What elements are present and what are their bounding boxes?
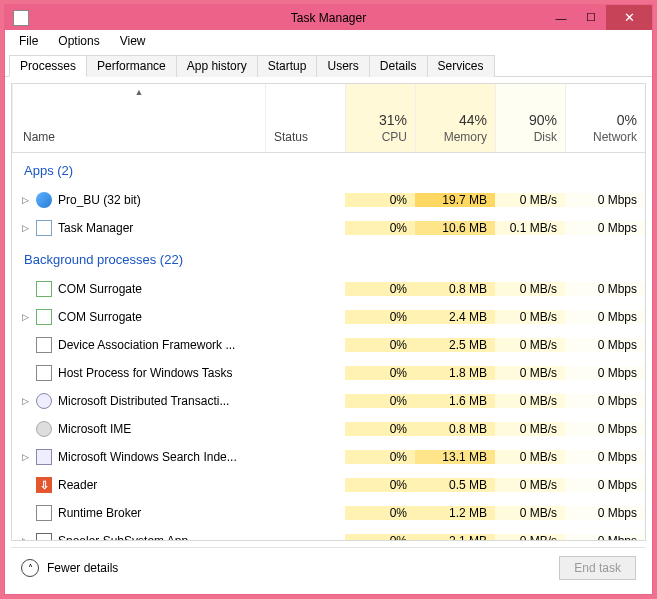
process-network: 0 Mbps	[565, 366, 645, 380]
window-title: Task Manager	[291, 11, 366, 25]
menu-file[interactable]: File	[9, 32, 48, 50]
col-status-label: Status	[274, 130, 308, 144]
disk-total-pct: 90%	[504, 112, 557, 128]
expand-icon[interactable]: ▷	[20, 195, 30, 205]
maximize-button[interactable]: ☐	[576, 5, 606, 30]
process-name: Host Process for Windows Tasks	[58, 366, 233, 380]
process-icon	[36, 505, 52, 521]
table-row[interactable]: ▷COM Surrogate0%2.4 MB0 MB/s0 Mbps	[12, 303, 645, 331]
process-name: Task Manager	[58, 221, 133, 235]
process-cpu: 0%	[345, 221, 415, 235]
process-network: 0 Mbps	[565, 282, 645, 296]
process-memory: 0.8 MB	[415, 422, 495, 436]
process-cpu: 0%	[345, 366, 415, 380]
sort-ascending-icon: ▲	[135, 87, 144, 97]
tab-startup[interactable]: Startup	[257, 55, 318, 77]
expand-icon[interactable]: ▷	[20, 536, 30, 540]
process-memory: 13.1 MB	[415, 450, 495, 464]
process-memory: 19.7 MB	[415, 193, 495, 207]
table-row[interactable]: Host Process for Windows Tasks0%1.8 MB0 …	[12, 359, 645, 387]
process-network: 0 Mbps	[565, 534, 645, 540]
process-memory: 1.2 MB	[415, 506, 495, 520]
menu-options[interactable]: Options	[48, 32, 109, 50]
column-headers: ▲ Name Status 31% CPU 44% Memory 90% Dis…	[12, 84, 645, 153]
mem-total-pct: 44%	[424, 112, 487, 128]
process-name: Runtime Broker	[58, 506, 141, 520]
process-memory: 0.8 MB	[415, 282, 495, 296]
process-cpu: 0%	[345, 394, 415, 408]
menu-view[interactable]: View	[110, 32, 156, 50]
process-memory: 1.8 MB	[415, 366, 495, 380]
process-icon	[36, 281, 52, 297]
process-icon	[36, 365, 52, 381]
process-disk: 0 MB/s	[495, 282, 565, 296]
process-cpu: 0%	[345, 338, 415, 352]
process-memory: 1.6 MB	[415, 394, 495, 408]
table-row[interactable]: ▷Spooler SubSystem App0%2.1 MB0 MB/s0 Mb…	[12, 527, 645, 540]
process-name: Pro_BU (32 bit)	[58, 193, 141, 207]
table-row[interactable]: COM Surrogate0%0.8 MB0 MB/s0 Mbps	[12, 275, 645, 303]
col-status[interactable]: Status	[265, 84, 345, 152]
process-disk: 0 MB/s	[495, 394, 565, 408]
col-name[interactable]: ▲ Name	[12, 84, 265, 152]
process-icon	[36, 309, 52, 325]
expand-icon[interactable]: ▷	[20, 396, 30, 406]
process-icon	[36, 393, 52, 409]
end-task-button[interactable]: End task	[559, 556, 636, 580]
chevron-up-icon: ˄	[21, 559, 39, 577]
fewer-details-label: Fewer details	[47, 561, 118, 575]
process-icon	[36, 220, 52, 236]
task-manager-window: Task Manager — ☐ ✕ File Options View Pro…	[4, 4, 653, 595]
col-disk[interactable]: 90% Disk	[495, 84, 565, 152]
process-disk: 0 MB/s	[495, 193, 565, 207]
minimize-button[interactable]: —	[546, 5, 576, 30]
process-disk: 0 MB/s	[495, 422, 565, 436]
table-row[interactable]: Microsoft IME0%0.8 MB0 MB/s0 Mbps	[12, 415, 645, 443]
col-cpu[interactable]: 31% CPU	[345, 84, 415, 152]
tab-users[interactable]: Users	[316, 55, 369, 77]
table-row[interactable]: Runtime Broker0%1.2 MB0 MB/s0 Mbps	[12, 499, 645, 527]
process-list[interactable]: Apps (2) ▷Pro_BU (32 bit)0%19.7 MB0 MB/s…	[12, 153, 645, 540]
titlebar[interactable]: Task Manager — ☐ ✕	[5, 5, 652, 30]
table-row[interactable]: ▷Microsoft Distributed Transacti...0%1.6…	[12, 387, 645, 415]
col-name-label: Name	[23, 130, 55, 144]
tab-strip: Processes Performance App history Startu…	[5, 52, 652, 77]
col-memory[interactable]: 44% Memory	[415, 84, 495, 152]
process-cpu: 0%	[345, 478, 415, 492]
process-cpu: 0%	[345, 193, 415, 207]
process-name: Device Association Framework ...	[58, 338, 235, 352]
tab-services[interactable]: Services	[427, 55, 495, 77]
tab-details[interactable]: Details	[369, 55, 428, 77]
expand-icon[interactable]: ▷	[20, 452, 30, 462]
tab-performance[interactable]: Performance	[86, 55, 177, 77]
group-background[interactable]: Background processes (22)	[12, 242, 645, 275]
process-disk: 0 MB/s	[495, 478, 565, 492]
process-cpu: 0%	[345, 450, 415, 464]
table-row[interactable]: ▷Microsoft Windows Search Inde...0%13.1 …	[12, 443, 645, 471]
process-icon	[36, 421, 52, 437]
process-memory: 2.1 MB	[415, 534, 495, 540]
process-disk: 0 MB/s	[495, 338, 565, 352]
col-disk-label: Disk	[534, 130, 557, 144]
app-icon	[13, 10, 29, 26]
col-network[interactable]: 0% Network	[565, 84, 645, 152]
window-controls: — ☐ ✕	[546, 5, 652, 30]
expand-icon[interactable]: ▷	[20, 312, 30, 322]
table-row[interactable]: Device Association Framework ...0%2.5 MB…	[12, 331, 645, 359]
process-name: Reader	[58, 478, 97, 492]
expand-icon[interactable]: ▷	[20, 223, 30, 233]
process-network: 0 Mbps	[565, 422, 645, 436]
tab-processes[interactable]: Processes	[9, 55, 87, 77]
process-network: 0 Mbps	[565, 450, 645, 464]
process-cpu: 0%	[345, 282, 415, 296]
table-row[interactable]: ▷Task Manager0%10.6 MB0.1 MB/s0 Mbps	[12, 214, 645, 242]
tab-app-history[interactable]: App history	[176, 55, 258, 77]
content-area: ▲ Name Status 31% CPU 44% Memory 90% Dis…	[5, 77, 652, 594]
process-icon	[36, 533, 52, 540]
table-row[interactable]: ⇩Reader0%0.5 MB0 MB/s0 Mbps	[12, 471, 645, 499]
fewer-details-button[interactable]: ˄ Fewer details	[21, 559, 118, 577]
group-apps[interactable]: Apps (2)	[12, 153, 645, 186]
close-button[interactable]: ✕	[606, 5, 652, 30]
table-row[interactable]: ▷Pro_BU (32 bit)0%19.7 MB0 MB/s0 Mbps	[12, 186, 645, 214]
menu-bar: File Options View	[5, 30, 652, 52]
